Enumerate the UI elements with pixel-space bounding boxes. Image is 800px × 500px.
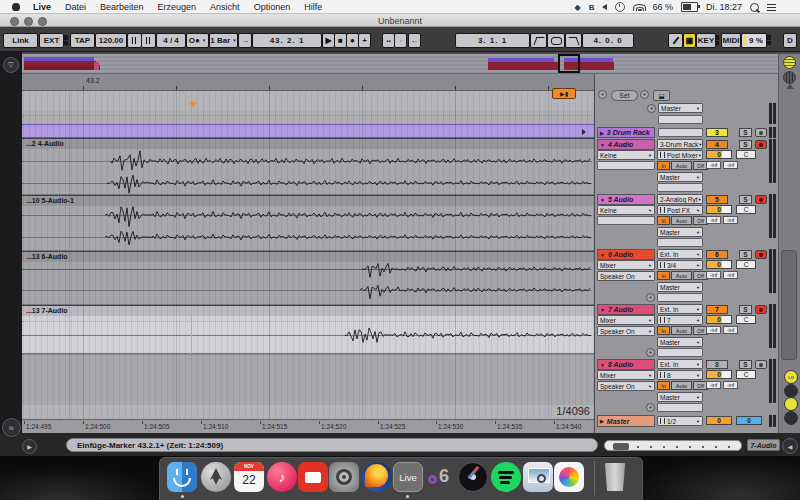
show-overview-toggle[interactable]: ▽	[3, 57, 19, 73]
spotlight-icon[interactable]	[750, 3, 759, 12]
track7-monitor-switch[interactable]: InAutoOff	[657, 326, 708, 335]
follow-button[interactable]: →	[238, 33, 252, 48]
system-preferences-icon[interactable]	[329, 462, 359, 492]
track7-number[interactable]: 7	[706, 305, 728, 314]
track8-monitor-switch[interactable]: InAutoOff	[657, 381, 708, 390]
groove-amount-button[interactable]: O●▼	[186, 33, 209, 48]
track6-arm-button[interactable]	[755, 250, 767, 259]
track7-device2-select[interactable]: Speaker On▼	[597, 326, 655, 336]
track-header-6-audio[interactable]: ▼6 Audio	[597, 249, 655, 260]
mixer-section-toggle[interactable]	[784, 397, 798, 411]
menu-datei[interactable]: Datei	[65, 2, 86, 12]
track8-add-automation-lane-button[interactable]: +	[646, 403, 655, 412]
track4-send-a[interactable]: -inf	[706, 161, 721, 169]
track5-send-a[interactable]: -inf	[706, 216, 721, 224]
track8-input-channel-select[interactable]: 8▼	[657, 370, 703, 380]
track-header-7-audio[interactable]: ▼7 Audio	[597, 304, 655, 315]
master-pan[interactable]: 0	[736, 416, 762, 425]
key-map-button[interactable]: KEY	[696, 33, 716, 48]
track6-pan[interactable]: C	[736, 260, 756, 269]
photos-icon[interactable]	[554, 462, 584, 492]
track6-number[interactable]: 6	[706, 250, 728, 259]
firefox-icon[interactable]	[362, 462, 392, 492]
selected-track-badge[interactable]: 7-Audio	[747, 439, 780, 451]
track7-send-b[interactable]: -inf	[723, 326, 738, 334]
track6-add-automation-lane-button[interactable]: +	[646, 293, 655, 302]
track7-send-a[interactable]: -inf	[706, 326, 721, 334]
computer-midi-keyboard-button[interactable]: ▦	[683, 33, 696, 48]
io-section-toggle[interactable]: I-O	[784, 370, 798, 384]
time-ruler[interactable]: 1:24:495 1:24:500 1:24:505 1:24:510 1:24…	[22, 419, 594, 433]
volume-icon[interactable]	[602, 4, 607, 10]
track4-send-b[interactable]: -inf	[723, 161, 738, 169]
track7-input-select[interactable]: Ext. In▼	[657, 304, 703, 314]
track7-device-select[interactable]: Mixer▼	[597, 315, 655, 325]
track5-solo-button[interactable]: S	[739, 195, 752, 204]
track4-monitor-switch[interactable]: InAutoOff	[657, 161, 708, 170]
track7-output-select[interactable]: Master▼	[657, 337, 703, 347]
follow-playhead-button[interactable]: ▶▮	[552, 88, 576, 99]
track7-volume[interactable]: 0	[706, 315, 732, 324]
track-header-master[interactable]: ▶Master	[597, 415, 655, 427]
master-volume[interactable]: 0	[706, 416, 732, 425]
track4-input-select[interactable]: 3-Drum Rack▼	[657, 139, 703, 149]
loop-set-prev-button[interactable]: +	[598, 90, 607, 99]
track-header-4-audio[interactable]: ▼4 Audio	[597, 139, 655, 150]
track8-device2-select[interactable]: Speaker On▼	[597, 381, 655, 391]
time-signature-field[interactable]: 4 / 4	[156, 33, 186, 48]
track6-send-b[interactable]: -inf	[723, 271, 738, 279]
calendar-icon[interactable]: NOV 22	[234, 462, 264, 492]
notification-center-icon[interactable]	[767, 4, 776, 11]
track5-device-select[interactable]: Keine▼	[597, 205, 655, 215]
track4-arm-button[interactable]	[755, 140, 767, 149]
track8-solo-button[interactable]: S	[739, 360, 752, 369]
disk-overload-button[interactable]: D	[783, 33, 797, 48]
optimize-height-button[interactable]	[783, 56, 796, 69]
lock-envelopes-button[interactable]: ⬓	[653, 90, 670, 101]
master-output-channel-select[interactable]: 1/2▼	[657, 416, 703, 426]
track5-volume[interactable]: 0	[706, 205, 732, 214]
track7-input-channel-select[interactable]: 7▼	[657, 315, 703, 325]
dropbox-icon[interactable]: ◆	[575, 3, 581, 12]
track4-solo-button[interactable]: S	[739, 140, 752, 149]
track8-output-select[interactable]: Master▼	[657, 392, 703, 402]
loop-button[interactable]	[547, 33, 565, 48]
track5-number[interactable]: 5	[706, 195, 728, 204]
draw-mode-button[interactable]	[668, 33, 683, 48]
track4-pan[interactable]: C	[736, 150, 756, 159]
track-header-5-audio[interactable]: ▼5 Audio	[597, 194, 655, 205]
returns-section-toggle[interactable]	[784, 384, 798, 398]
track4-volume[interactable]: 0	[706, 150, 732, 159]
track7-add-automation-lane-button[interactable]: +	[646, 348, 655, 357]
track8-pan[interactable]: C	[736, 370, 756, 379]
optimize-width-button[interactable]	[783, 71, 796, 84]
track6-device-select[interactable]: Mixer▼	[597, 260, 655, 270]
track6-device2-select[interactable]: Speaker On▼	[597, 271, 655, 281]
add-cue-button[interactable]: +	[647, 104, 656, 113]
track4-input-channel-select[interactable]: Post Mixer▼	[657, 150, 703, 160]
track7-arm-button[interactable]	[755, 305, 767, 314]
arrangement-position-field[interactable]: 43. 2. 1	[252, 33, 322, 48]
menu-optionen[interactable]: Optionen	[254, 2, 291, 12]
track8-number[interactable]: 8	[706, 360, 728, 369]
quantize-menu[interactable]: 1 Bar▼	[209, 33, 238, 48]
preview-scrub-button[interactable]: ▶	[22, 439, 37, 454]
track5-output-select[interactable]: Master▼	[657, 227, 703, 237]
menu-clock[interactable]: Di. 18:27	[706, 2, 742, 12]
preview-photo-icon[interactable]	[523, 462, 553, 492]
track8-send-b[interactable]: -inf	[723, 381, 738, 389]
track6-input-channel-select[interactable]: 3/4▼	[657, 260, 703, 270]
nudge-down-button[interactable]	[127, 33, 142, 48]
menu-ansicht[interactable]: Ansicht	[210, 2, 240, 12]
track-header-8-audio[interactable]: ▼8 Audio	[597, 359, 655, 370]
track4-output-select[interactable]: Master▼	[657, 172, 703, 182]
track8-input-select[interactable]: Ext. In▼	[657, 359, 703, 369]
track6-output-select[interactable]: Master▼	[657, 282, 703, 292]
link-button[interactable]: Link	[3, 33, 38, 48]
track5-send-b[interactable]: -inf	[723, 216, 738, 224]
track5-pan[interactable]: C	[736, 205, 756, 214]
time-ruler-mode-toggle[interactable]: ≈	[2, 418, 21, 437]
apple-menu-icon[interactable]	[12, 3, 20, 11]
loop-start-field[interactable]: 3. 1. 1	[455, 33, 530, 48]
tap-tempo-button[interactable]: TAP	[70, 33, 95, 48]
